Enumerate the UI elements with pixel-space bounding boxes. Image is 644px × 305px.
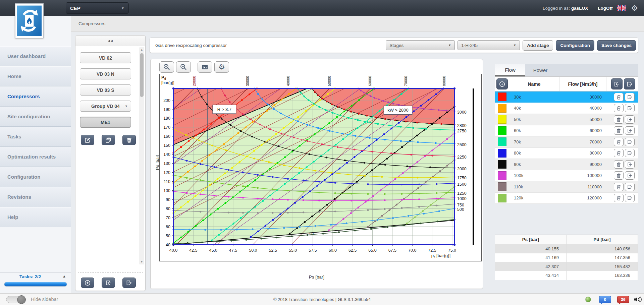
app-selector-dropdown[interactable]: CEP ▼ <box>66 2 129 14</box>
sidebar-item-revisions[interactable]: Revisions <box>0 187 71 207</box>
sidebar-item-optimization-results[interactable]: Optimization results <box>0 147 71 167</box>
tab-flow[interactable]: Flow <box>495 64 525 76</box>
delete-flow-button[interactable] <box>614 93 624 101</box>
compressor-button-group-vd-04[interactable]: Group VD 04▼ <box>80 101 131 112</box>
zoom-out-button[interactable] <box>176 61 191 73</box>
tasks-expand-icon[interactable]: ▲ <box>62 274 66 278</box>
stages-dropdown[interactable]: Stages ▼ <box>386 40 455 50</box>
export-flow-button[interactable] <box>625 160 635 169</box>
flow-row-value: 120000 <box>559 195 606 200</box>
svg-text:42.5: 42.5 <box>189 248 197 253</box>
svg-text:160: 160 <box>163 134 170 139</box>
series-color-swatch <box>498 182 506 191</box>
image-icon <box>201 63 209 71</box>
svg-text:45.0: 45.0 <box>209 248 217 253</box>
compressor-button-vd-03-s[interactable]: VD 03 S <box>80 84 131 96</box>
svg-text:50: 50 <box>166 234 170 238</box>
export-flow-button[interactable] <box>625 104 635 112</box>
zoom-out-icon <box>180 63 187 71</box>
flow-table-row[interactable]: 110k110000 <box>495 181 638 193</box>
delete-flow-button[interactable] <box>614 115 624 124</box>
delete-flow-button[interactable] <box>614 171 624 180</box>
speaker-icon[interactable] <box>634 296 642 303</box>
delete-flow-button[interactable] <box>614 126 624 135</box>
edit-compressor-button[interactable] <box>81 135 94 145</box>
flow-table-row[interactable]: 70k70000 <box>495 136 638 148</box>
sidebar-item-help[interactable]: Help <box>0 207 71 227</box>
delete-compressor-button[interactable] <box>122 135 136 145</box>
delete-flow-button[interactable] <box>614 160 624 169</box>
save-changes-button[interactable]: Save changes <box>597 40 636 51</box>
delete-flow-button[interactable] <box>614 149 624 157</box>
sidebar-item-site-configuration[interactable]: Site configuration <box>0 107 71 127</box>
delete-flow-button[interactable] <box>614 138 624 146</box>
stages-dropdown-value: Stages <box>389 43 404 48</box>
add-flow-row-button[interactable] <box>496 78 508 89</box>
import-flows-button[interactable] <box>611 78 623 89</box>
delete-flow-button[interactable] <box>614 104 624 112</box>
export-flows-button[interactable] <box>624 78 635 89</box>
add-compressor-button[interactable] <box>81 278 94 288</box>
sidebar-item-configuration[interactable]: Configuration <box>0 167 71 187</box>
copy-compressor-button[interactable] <box>102 135 115 145</box>
sidebar-item-user-dashboard[interactable]: User dashboard <box>0 46 71 66</box>
export-flow-button[interactable] <box>625 93 635 101</box>
delete-flow-button[interactable] <box>614 194 624 202</box>
flow-table-row[interactable]: 60k60000 <box>495 125 638 137</box>
export-flow-button[interactable] <box>625 183 635 191</box>
scroll-down-icon[interactable]: ▼ <box>139 259 144 264</box>
export-button[interactable] <box>122 278 136 288</box>
column-header-ps: Ps [bar] <box>495 235 567 244</box>
stage-id-value: 1-H-245 <box>461 43 478 48</box>
import-button[interactable] <box>102 278 115 288</box>
flow-table-row[interactable]: 90k90000 <box>495 159 638 170</box>
export-flow-button[interactable] <box>625 126 635 135</box>
sidebar-item-tasks[interactable]: Tasks <box>0 127 71 147</box>
add-stage-button[interactable]: Add stage <box>523 40 553 51</box>
flow-table-row[interactable]: 30k30000 <box>495 92 638 103</box>
sidebar-item-compressors[interactable]: Compressors <box>0 86 71 107</box>
compressor-button-me1[interactable]: ME1 <box>80 117 131 128</box>
scroll-up-icon[interactable]: ▲ <box>139 47 144 52</box>
sidebar-item-home[interactable]: Home <box>0 66 71 86</box>
zoom-in-button[interactable] <box>159 61 174 73</box>
tasks-counter[interactable]: Tasks: 2/2 <box>0 274 60 279</box>
compressor-button-vd-02[interactable]: VD 02 <box>80 52 131 63</box>
collapse-panel-button[interactable]: ◀◀ <box>75 36 145 46</box>
flow-row-name: 100k <box>509 173 559 178</box>
flow-table-row[interactable]: 40k40000 <box>495 103 638 114</box>
flow-power-panel: Flow Power Name Flow [Nm3/h] <box>495 64 638 292</box>
flow-row-value: 30000 <box>559 95 606 100</box>
performance-map-chart[interactable]: 40.042.545.047.550.052.555.057.560.062.5… <box>159 74 482 261</box>
settings-gear-icon[interactable]: ⚙ <box>631 4 638 12</box>
configuration-button[interactable]: Configuration <box>556 40 594 51</box>
svg-text:[bar(g)]: [bar(g)] <box>161 80 174 85</box>
flow-row-name: 70k <box>509 139 559 144</box>
save-image-button[interactable] <box>198 61 212 73</box>
scrollbar[interactable]: ▲ ▼ <box>139 47 144 264</box>
breadcrumb-bar: Compressors <box>71 16 644 32</box>
svg-text:90: 90 <box>166 197 170 202</box>
chart-settings-button[interactable]: ⚙ <box>214 61 229 73</box>
export-flow-button[interactable] <box>625 115 635 124</box>
language-flag-uk-icon[interactable] <box>617 5 626 11</box>
flow-table-row[interactable]: 100k100000 <box>495 170 638 182</box>
ps-value: 43.414 <box>495 271 567 280</box>
tab-power[interactable]: Power <box>525 64 555 76</box>
export-icon <box>627 81 633 87</box>
export-flow-button[interactable] <box>625 171 635 180</box>
delete-flow-button[interactable] <box>614 183 624 191</box>
flow-table-row[interactable]: 50k50000 <box>495 114 638 125</box>
notifications-badge-red[interactable]: 36 <box>617 296 629 303</box>
svg-text:30000: 30000 <box>246 76 250 86</box>
export-flow-button[interactable] <box>625 149 635 157</box>
scrollbar-thumb[interactable] <box>140 53 144 97</box>
export-flow-button[interactable] <box>625 138 635 146</box>
flow-table-row[interactable]: 120k120000 <box>495 193 638 204</box>
flow-table-row[interactable]: 80k80000 <box>495 148 638 159</box>
export-flow-button[interactable] <box>625 194 635 202</box>
compressor-button-vd-03-n[interactable]: VD 03 N <box>80 68 131 79</box>
stage-id-dropdown[interactable]: 1-H-245 ▼ <box>458 40 520 50</box>
notifications-badge-blue[interactable]: 0 <box>599 296 611 303</box>
logoff-button[interactable]: LogOff <box>598 6 612 11</box>
